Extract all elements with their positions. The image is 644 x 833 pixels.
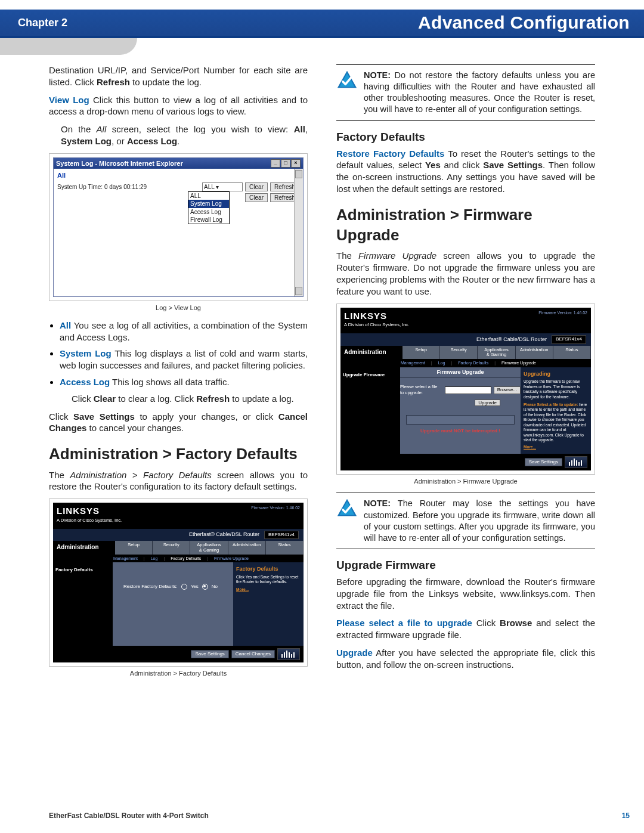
systemlog-label: System Log: [60, 348, 112, 358]
tab-status[interactable]: Status: [553, 346, 591, 360]
scroll-thumb[interactable]: [295, 170, 302, 178]
note-lead: NOTE:: [364, 498, 391, 508]
subtab-management[interactable]: Management: [112, 556, 140, 561]
bold: Yes: [425, 160, 441, 170]
rfd-label: Restore Factory Defaults: [336, 148, 444, 159]
screenshot-system-log: System Log - Microsoft Internet Explorer…: [49, 153, 308, 302]
dropdown-option[interactable]: Firewall Log: [188, 216, 229, 224]
text: On the: [61, 124, 97, 134]
italic: Administration > Factory Defaults: [70, 470, 211, 480]
close-icon[interactable]: ×: [291, 159, 301, 168]
bold-refresh: Refresh: [97, 77, 130, 87]
left-column: Destination URL/IP, and Service/Port Num…: [49, 64, 308, 685]
p-on-all: On the All screen, select the log you wi…: [61, 123, 308, 147]
note-body: The Router may lose the settings you hav…: [364, 498, 595, 542]
side-item: Upgrade Firmware: [343, 371, 398, 380]
log-all-heading: All: [57, 171, 299, 180]
tab-security[interactable]: Security: [153, 541, 190, 555]
firmware-version: Firmware Version: 1.46.02: [538, 310, 587, 315]
tab-administration[interactable]: Administration: [516, 346, 553, 360]
uptime-text: System Up Time: 0 days 00:11:29: [57, 183, 200, 191]
radio-no[interactable]: [202, 584, 208, 590]
linksys-logo-sub: A Division of Cisco Systems, Inc.: [57, 518, 122, 523]
scrollbar[interactable]: [294, 169, 303, 296]
view-log-label: View Log: [49, 95, 89, 105]
clear-button[interactable]: Clear: [245, 182, 268, 191]
more-link[interactable]: More...: [524, 445, 536, 450]
subtab-log[interactable]: Log: [436, 360, 447, 366]
model-label: Etherfast® Cable/DSL Router: [189, 531, 259, 538]
upgrade-button[interactable]: Upgrade: [475, 400, 500, 406]
fw-center-title: Firmware Upgrade: [400, 367, 521, 379]
log-dropdown[interactable]: ALL System Log Access Log Firewall Log: [188, 191, 230, 224]
save-settings-button[interactable]: Save Settings: [191, 650, 228, 659]
subtab-fwupgrade[interactable]: Firmware Upgrade: [212, 556, 250, 561]
footer-product: EtherFast Cable/DSL Router with 4-Port S…: [49, 812, 209, 820]
page-header: Chapter 2 Advanced Configuration: [0, 10, 644, 36]
bold: All: [294, 124, 305, 134]
caption-admin-factory: Administration > Factory Defaults: [49, 669, 308, 678]
model-label: Etherfast® Cable/DSL Router: [476, 336, 547, 343]
section-label: Administration: [53, 541, 115, 555]
text: to update the log.: [130, 77, 202, 87]
tab-setup[interactable]: Setup: [115, 541, 153, 555]
header-title: Advanced Configuration: [418, 13, 630, 33]
svg-marker-1: [339, 73, 354, 86]
cisco-logo-icon: [277, 648, 300, 660]
p-fd-desc: The Administration > Factory Defaults sc…: [49, 469, 308, 493]
yes-label: Yes: [191, 584, 199, 590]
upgrade-warning: Upgrade must NOT be interrupted !: [400, 428, 521, 435]
subtab-factorydef[interactable]: Factory Defaults: [456, 360, 490, 366]
dropdown-option[interactable]: ALL: [188, 192, 229, 200]
tab-security[interactable]: Security: [440, 346, 478, 360]
all-label: All: [60, 320, 71, 330]
minimize-icon[interactable]: _: [271, 159, 280, 168]
help-title: Upgrading: [524, 371, 588, 378]
maximize-icon[interactable]: □: [281, 159, 290, 168]
tab-setup[interactable]: Setup: [402, 346, 440, 360]
file-path-input[interactable]: [445, 386, 491, 394]
scroll-down-icon[interactable]: [295, 287, 302, 295]
tab-status[interactable]: Status: [266, 541, 304, 555]
text: , or: [112, 136, 127, 146]
tab-apps-gaming[interactable]: Applications & Gaming: [478, 346, 515, 360]
help-p2-lead: Please Select a file to update:: [524, 402, 578, 407]
more-link[interactable]: More...: [236, 587, 249, 592]
p-clear-refresh: Click Clear to clear a log. Click Refres…: [72, 393, 308, 405]
bold: Browse: [500, 618, 532, 628]
bold: Save Settings: [73, 411, 135, 422]
browse-button[interactable]: Browse...: [494, 386, 521, 394]
subtab-management[interactable]: Management: [399, 360, 427, 366]
dropdown-option-selected[interactable]: System Log: [188, 200, 229, 208]
log-select[interactable]: ALL ▾: [202, 182, 243, 191]
list-item-accesslog: Access Log This log shows all data traff…: [60, 376, 308, 405]
text: After you have selected the appropriate …: [336, 648, 595, 670]
no-label: No: [212, 584, 218, 590]
heading-upgrade-fw: Upgrade Firmware: [336, 558, 595, 572]
help-p1: Upgrade the firmware to get new features…: [524, 379, 588, 400]
p-save-cancel: Click Save Settings to apply your change…: [49, 411, 308, 435]
linksys-logo: LINKSYS: [57, 505, 122, 517]
chapter-label: Chapter 2: [18, 17, 67, 29]
tab-apps-gaming[interactable]: Applications & Gaming: [190, 541, 228, 555]
subtab-fwupgrade[interactable]: Firmware Upgrade: [500, 360, 538, 366]
p-viewlog: View Log Click this button to view a log…: [49, 94, 308, 118]
dropdown-option[interactable]: Access Log: [188, 208, 229, 216]
save-settings-button[interactable]: Save Settings: [525, 458, 562, 467]
note-check-icon: [336, 498, 358, 544]
file-label: Please select a file to upgrade:: [400, 384, 442, 396]
list-item-all: All You see a log of all activities, a c…: [60, 320, 308, 343]
side-item: Factory Defaults: [55, 566, 110, 575]
cisco-logo-icon: [565, 456, 587, 468]
radio-yes[interactable]: [181, 584, 187, 590]
subtab-log[interactable]: Log: [149, 556, 160, 561]
clear-button-2[interactable]: Clear: [245, 193, 268, 202]
linksys-logo-sub: A Division of Cisco Systems, Inc.: [344, 322, 409, 327]
section-label: Administration: [340, 346, 402, 360]
tab-administration[interactable]: Administration: [228, 541, 266, 555]
cancel-changes-button[interactable]: Cancel Changes: [231, 650, 275, 659]
subtab-factorydef[interactable]: Factory Defaults: [169, 556, 203, 561]
upgrade-label: Upgrade: [336, 648, 373, 658]
p-uf-select: Please select a file to upgrade Click Br…: [336, 617, 595, 641]
bold: Clear: [94, 394, 116, 404]
